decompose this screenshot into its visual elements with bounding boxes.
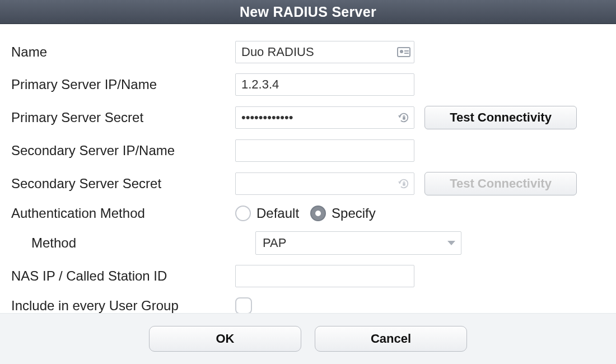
- ok-button[interactable]: OK: [149, 326, 301, 352]
- svg-rect-5: [403, 117, 405, 120]
- label-secondary-secret: Secondary Server Secret: [10, 176, 235, 192]
- label-name: Name: [10, 44, 235, 60]
- lock-cycle-icon: [396, 176, 411, 191]
- dialog-title-text: New RADIUS Server: [240, 4, 376, 20]
- radio-icon: [235, 206, 251, 221]
- label-auth-method: Authentication Method: [10, 206, 235, 221]
- label-primary-secret: Primary Server Secret: [10, 110, 235, 125]
- row-method: Method PAP: [10, 231, 606, 255]
- contact-card-icon: [396, 45, 411, 59]
- primary-secret-input[interactable]: [235, 106, 414, 129]
- include-group-checkbox[interactable]: [235, 297, 252, 314]
- radio-icon: [310, 206, 326, 221]
- auth-method-radio-default[interactable]: Default: [235, 206, 299, 221]
- test-connectivity-secondary-button[interactable]: Test Connectivity: [424, 172, 577, 195]
- auth-method-radio-specify[interactable]: Specify: [310, 206, 376, 221]
- lock-cycle-icon: [396, 110, 411, 125]
- nas-ip-input[interactable]: [235, 265, 414, 287]
- dialog-title: New RADIUS Server: [0, 0, 616, 24]
- svg-marker-6: [398, 181, 402, 184]
- svg-rect-7: [403, 183, 405, 186]
- secondary-secret-input[interactable]: [235, 172, 414, 195]
- method-select[interactable]: PAP: [255, 231, 461, 255]
- auth-method-radio-default-label: Default: [256, 206, 299, 221]
- form-area: Name Primary Server IP/Name Pr: [0, 24, 616, 335]
- svg-point-1: [400, 50, 403, 53]
- dialog-footer: OK Cancel: [0, 313, 616, 364]
- label-primary-ip: Primary Server IP/Name: [10, 77, 235, 92]
- row-nas-ip: NAS IP / Called Station ID: [10, 265, 606, 287]
- row-include-group: Include in every User Group: [10, 297, 606, 314]
- row-auth-method: Authentication Method Default Specify: [10, 206, 606, 221]
- row-secondary-ip: Secondary Server IP/Name: [10, 139, 606, 162]
- row-primary-secret: Primary Server Secret Test Connectivity: [10, 106, 606, 129]
- secondary-ip-input[interactable]: [235, 139, 414, 162]
- svg-marker-4: [398, 115, 402, 118]
- row-secondary-secret: Secondary Server Secret Test Connectivit…: [10, 172, 606, 195]
- label-include-group: Include in every User Group: [10, 298, 235, 314]
- test-connectivity-primary-button[interactable]: Test Connectivity: [424, 106, 577, 129]
- row-primary-ip: Primary Server IP/Name: [10, 73, 606, 96]
- chevron-down-icon: [447, 241, 455, 245]
- cancel-button[interactable]: Cancel: [315, 326, 467, 352]
- method-select-value: PAP: [263, 236, 286, 250]
- svg-rect-0: [398, 48, 410, 57]
- svg-rect-3: [404, 53, 409, 54]
- label-method: Method: [10, 235, 255, 251]
- name-input[interactable]: [235, 41, 414, 63]
- svg-rect-2: [404, 50, 409, 52]
- label-nas-ip: NAS IP / Called Station ID: [10, 268, 235, 284]
- label-secondary-ip: Secondary Server IP/Name: [10, 143, 235, 158]
- primary-ip-input[interactable]: [235, 73, 414, 96]
- auth-method-radio-specify-label: Specify: [332, 206, 376, 221]
- auth-method-radio-group: Default Specify: [235, 206, 414, 221]
- row-name: Name: [10, 41, 606, 63]
